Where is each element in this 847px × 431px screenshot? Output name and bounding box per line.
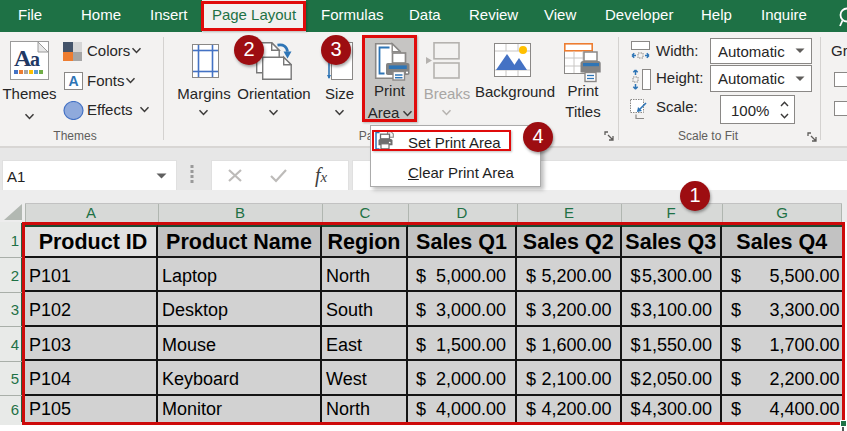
svg-text:a: a <box>30 48 40 70</box>
svg-text:A: A <box>69 73 79 89</box>
